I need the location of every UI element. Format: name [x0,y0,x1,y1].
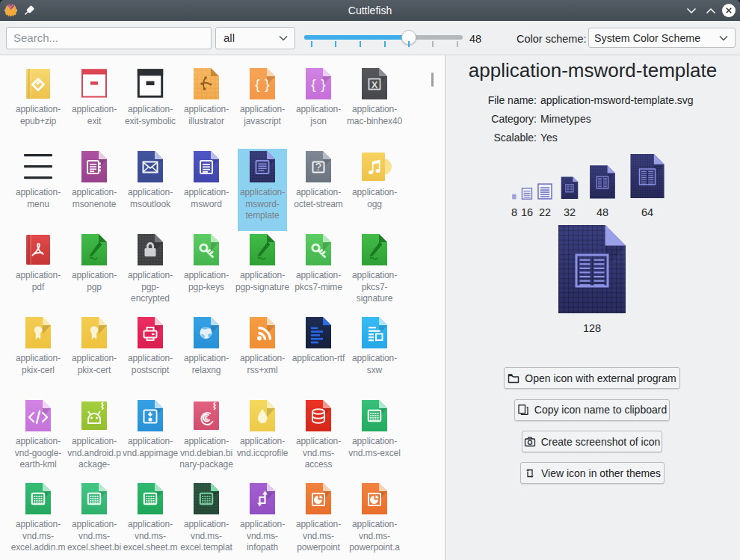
svg-text:?: ? [315,161,321,173]
svg-text:{: { [255,76,260,92]
svg-text:{: { [311,76,316,92]
svg-text:}: } [321,76,325,92]
svg-text:X: X [371,79,378,90]
svg-text:}: } [265,76,269,92]
